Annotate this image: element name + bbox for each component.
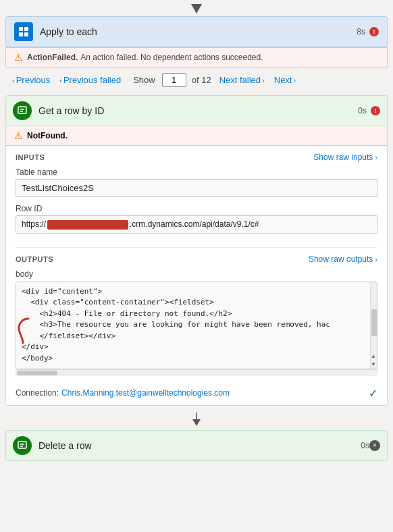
not-found-warning-icon: ⚠ [14,130,23,141]
row-id-value: https://.crm.dynamics.com/api/data/v9.1/… [16,215,377,234]
svg-rect-4 [24,32,28,36]
horiz-scroll-thumb [17,371,57,375]
svg-marker-0 [191,4,202,14]
code-content: <div id="content"> <div class="content-c… [22,286,371,365]
delete-row-icon [13,436,32,455]
svg-marker-9 [192,419,201,426]
redacted-url-overlay [47,220,128,230]
scroll-down-icon[interactable]: ▼ [372,361,375,369]
svg-rect-5 [18,107,26,113]
previous-chevron-icon: ‹ [12,76,15,84]
apply-each-error-badge: ! [369,27,379,36]
vertical-scrollbar[interactable]: ▲ ▼ [370,282,377,369]
scroll-thumb [371,309,377,336]
of-label: of 12 [192,75,211,85]
outputs-section: OUTPUTS Show raw outputs › body <div id=… [6,248,387,381]
next-button[interactable]: Next › [271,74,300,86]
table-name-label: Table name [16,167,377,177]
scroll-arrows: ▲ ▼ [370,352,377,369]
previous-failed-chevron-icon: ‹ [59,76,62,84]
connection-email[interactable]: Chris.Manning.test@gainwelltechnologies.… [61,388,230,398]
card-duration: 0s [358,106,367,115]
delete-row-card-header: Delete a row 0s × [6,431,387,460]
row-id-suffix: .crm.dynamics.com/api/data/v9.1/c# [130,219,259,229]
code-box-container: <div id="content"> <div class="content-c… [16,282,377,376]
show-raw-inputs-chevron-icon: › [375,153,377,161]
horizontal-scrollbar[interactable] [16,369,377,376]
card-title: Get a row by ID [38,105,358,116]
warning-icon: ⚠ [14,52,23,63]
connection-check-icon: ✓ [369,387,377,400]
connection-label: Connection: [16,388,59,398]
card-header-icon [13,101,32,120]
nav-bar: ‹ Previous ‹ Previous failed Show of 12 … [0,68,393,92]
svg-rect-10 [18,442,26,448]
outputs-section-title: OUTPUTS [16,255,53,263]
body-label: body [16,269,377,279]
delete-row-close-button[interactable]: × [369,440,380,451]
row-id-prefix: https:// [22,219,46,229]
delete-row-title: Delete a row [38,440,361,451]
action-failed-message: An action failed. No dependent actions s… [80,53,263,62]
show-raw-outputs-chevron-icon: › [375,255,377,263]
card-header[interactable]: Get a row by ID 0s ! [6,96,387,126]
svg-rect-3 [19,32,23,36]
top-arrow [0,0,393,16]
show-input[interactable] [162,73,186,87]
svg-rect-2 [24,27,28,31]
apply-each-bar[interactable]: Apply to each 8s ! [5,16,388,47]
inputs-section-header: INPUTS Show raw inputs › [16,153,377,162]
inputs-section-title: INPUTS [16,153,45,161]
middle-arrow [0,408,393,430]
inputs-section: INPUTS Show raw inputs › Table name Test… [6,146,387,247]
table-name-value: TestListChoices2S [16,179,377,197]
show-raw-outputs-button[interactable]: Show raw outputs › [309,255,377,264]
next-failed-chevron-icon: › [262,76,265,84]
next-chevron-icon: › [293,76,296,84]
svg-rect-1 [19,27,23,31]
apply-each-label: Apply to each [40,26,357,37]
delete-row-duration: 0s [361,441,369,450]
connection-row: Connection: Chris.Manning.test@gainwellt… [6,381,387,405]
show-label: Show [133,75,155,85]
not-found-text: NotFound. [27,131,68,140]
apply-each-icon [14,22,33,41]
code-box: <div id="content"> <div class="content-c… [16,282,377,369]
red-curl-annotation [18,317,30,344]
card-error-badge: ! [371,106,380,115]
row-id-label: Row ID [16,204,377,213]
next-failed-button[interactable]: Next failed › [217,74,269,86]
not-found-banner: ⚠ NotFound. [6,126,387,146]
main-card: Get a row by ID 0s ! ⚠ NotFound. INPUTS … [5,95,388,406]
action-failed-banner: ⚠ ActionFailed. An action failed. No dep… [5,47,388,68]
outputs-section-header: OUTPUTS Show raw outputs › [16,255,377,264]
scroll-up-icon[interactable]: ▲ [372,352,375,361]
previous-button[interactable]: ‹ Previous [8,74,53,86]
apply-each-duration: 8s [357,27,365,36]
show-raw-inputs-button[interactable]: Show raw inputs › [313,153,377,162]
action-failed-bold: ActionFailed. [27,53,78,62]
previous-failed-button[interactable]: ‹ Previous failed [55,74,124,86]
delete-row-card[interactable]: Delete a row 0s × [5,430,388,461]
